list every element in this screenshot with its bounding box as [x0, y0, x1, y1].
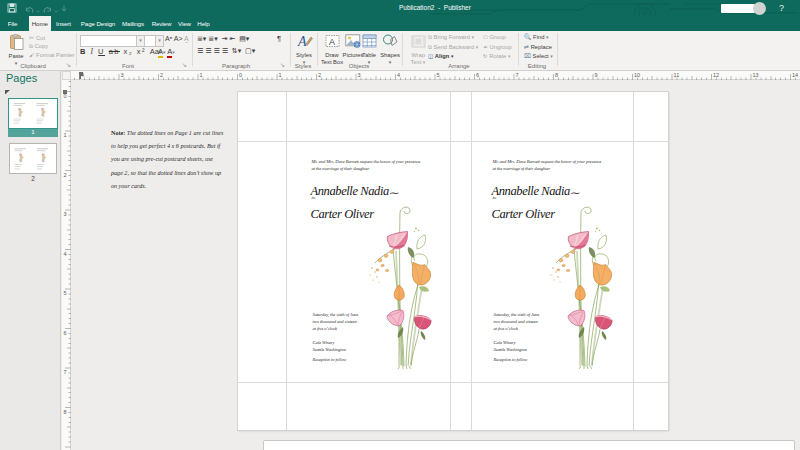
svg-text:A: A — [329, 37, 335, 47]
svg-text:A: A — [297, 34, 307, 48]
